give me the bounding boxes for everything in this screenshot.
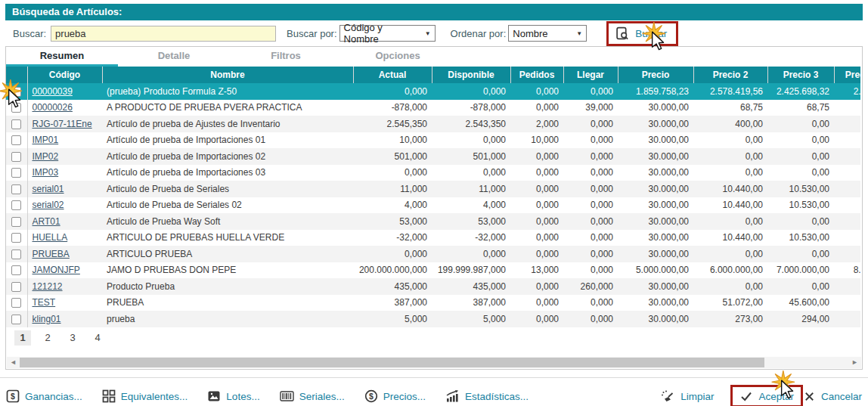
codigo-link[interactable]: 121212: [33, 281, 63, 292]
table-row[interactable]: serial01Articulo de Prueba de Seriales11…: [6, 181, 860, 197]
codigo-link[interactable]: JAMONJFP: [33, 265, 80, 275]
codigo-link[interactable]: serial02: [33, 200, 64, 210]
tab-detalle[interactable]: Detalle: [118, 47, 230, 67]
cell-precio: 30.000,00: [618, 295, 693, 311]
ordenar-por-select[interactable]: Nombre ▼: [508, 25, 587, 42]
column-header[interactable]: Precio 3: [767, 67, 834, 83]
codigo-link[interactable]: 00000026: [33, 102, 73, 113]
row-checkbox[interactable]: [11, 103, 21, 113]
row-checkbox[interactable]: [11, 315, 21, 324]
cell-llegar: 0,000: [563, 213, 618, 230]
table-row[interactable]: HUELLAARTICULO DE PRUEBAS HUELLA VERDE-3…: [6, 230, 860, 246]
equivalentes-button[interactable]: Equivalentes...: [102, 389, 188, 403]
cell-precio2: 0,00: [693, 213, 767, 230]
table-row[interactable]: kling01prueba5,0005,0000,0000,00030.000,…: [6, 311, 860, 327]
limpiar-button[interactable]: Limpiar: [660, 389, 714, 404]
row-checkbox[interactable]: [11, 184, 21, 194]
row-checkbox[interactable]: [11, 168, 21, 178]
cell-nombre: PRUEBA: [102, 295, 353, 311]
column-header[interactable]: Pedidos: [510, 67, 563, 83]
cell-pedidos: 0,000: [510, 197, 563, 214]
table-row[interactable]: RJG-07-11EneArtículo de prueba de Ajuste…: [6, 116, 860, 132]
row-checkbox[interactable]: [11, 217, 21, 227]
codigo-link[interactable]: TEST: [33, 297, 56, 308]
row-checkbox[interactable]: [11, 282, 21, 292]
row-checkbox[interactable]: [11, 152, 21, 162]
table-body: 00000039(prueba) Producto Formula Z-500,…: [6, 83, 860, 327]
column-header[interactable]: Disponible: [432, 67, 510, 83]
search-input[interactable]: [51, 26, 276, 42]
aceptar-button[interactable]: Aceptar: [730, 385, 803, 406]
table-row[interactable]: 00000039(prueba) Producto Formula Z-500,…: [6, 83, 860, 100]
page-4[interactable]: 4: [89, 330, 106, 346]
cell-precio4: 1: [834, 197, 860, 214]
codigo-link[interactable]: kling01: [33, 314, 61, 324]
column-header[interactable]: Código: [27, 67, 102, 83]
cell-precio2: 0,00: [693, 246, 767, 262]
scroll-left-icon[interactable]: ◄: [10, 357, 17, 368]
table-row[interactable]: TESTPRUEBA387,000387,0000,0000,00030.000…: [6, 295, 860, 311]
column-header[interactable]: Actual: [353, 67, 432, 83]
table-row[interactable]: IMP01Artículo de prueba de Importaciones…: [6, 132, 860, 149]
cell-precio3: 10.530,00: [767, 197, 834, 214]
column-header[interactable]: Precio: [618, 67, 693, 83]
page-2[interactable]: 2: [39, 330, 56, 346]
tab-filtros[interactable]: Filtros: [230, 47, 342, 67]
horizontal-scrollbar[interactable]: ◄ ►: [7, 357, 861, 368]
table-row[interactable]: 121212Producto Prueba435,000435,0000,000…: [6, 278, 860, 295]
precios-button[interactable]: $ Precios...: [364, 389, 426, 403]
tab-opciones[interactable]: Opciones: [342, 47, 454, 67]
table-row[interactable]: JAMONJFPJAMO D PRUEBAS DON PEPE200.000.0…: [6, 262, 860, 279]
tab-resumen[interactable]: Resumen: [6, 47, 118, 67]
cell-disponible: -32,000: [432, 230, 510, 246]
cell-pedidos: 0,000: [510, 100, 563, 116]
ganancias-button[interactable]: $ Ganancias...: [6, 389, 82, 403]
checkbox-column-header: [6, 67, 27, 83]
table-row[interactable]: IMP03Artículo de prueba de Importaciones…: [6, 165, 860, 181]
lotes-button[interactable]: Lotes...: [207, 389, 259, 403]
codigo-link[interactable]: IMP01: [33, 135, 59, 145]
row-checkbox[interactable]: [11, 87, 21, 97]
column-header[interactable]: Prec: [834, 67, 860, 83]
cell-actual: -32,000: [353, 230, 432, 246]
codigo-link[interactable]: 00000039: [33, 86, 73, 97]
cell-precio4: [834, 213, 860, 230]
row-checkbox[interactable]: [11, 298, 21, 308]
seriales-button[interactable]: Seriales...: [280, 389, 345, 403]
codigo-link[interactable]: IMP03: [33, 167, 59, 178]
table-row[interactable]: 00000026A PRODUCTO DE PRUEBA PVERA PRACT…: [6, 100, 860, 116]
table-row[interactable]: serial02Articulo de Prueba de Seriales 0…: [6, 197, 860, 214]
cell-precio: 30.000,00: [618, 165, 693, 181]
buscar-por-select[interactable]: Código y Nombre ▼: [339, 25, 436, 42]
table-header-row: CódigoNombreActualDisponiblePedidosLlega…: [6, 67, 860, 83]
scrollbar-thumb[interactable]: [20, 358, 764, 367]
table-row[interactable]: PRUEBAARTICULO PRUEBA0,0000,0000,0000,00…: [6, 246, 860, 262]
buscar-button[interactable]: Buscar: [606, 21, 678, 46]
codigo-link[interactable]: serial01: [33, 184, 64, 194]
page-1[interactable]: 1: [14, 330, 31, 346]
row-checkbox[interactable]: [11, 265, 21, 275]
scroll-right-icon[interactable]: ►: [851, 357, 858, 368]
codigo-link[interactable]: HUELLA: [33, 232, 68, 243]
codigo-link[interactable]: PRUEBA: [33, 249, 70, 259]
codigo-link[interactable]: IMP02: [33, 151, 59, 162]
cell-precio2: 2.578.419,56: [693, 83, 767, 100]
estadisticas-button[interactable]: Estadísticas...: [445, 389, 529, 403]
row-checkbox[interactable]: [11, 119, 21, 129]
page-3[interactable]: 3: [64, 330, 81, 346]
equivalentes-label: Equivalentes...: [121, 391, 188, 402]
ordenar-por-value: Nombre: [513, 28, 547, 39]
row-checkbox[interactable]: [11, 233, 21, 243]
codigo-link[interactable]: ART01: [33, 216, 60, 227]
row-checkbox[interactable]: [11, 135, 21, 145]
row-checkbox[interactable]: [11, 249, 21, 259]
column-header[interactable]: Llegar: [563, 67, 618, 83]
cancelar-button[interactable]: Cancelar: [803, 390, 862, 403]
table-row[interactable]: ART01Articulo de Prueba Way Soft53,00053…: [6, 213, 860, 230]
table-row[interactable]: IMP02Artículo de prueba de Importaciones…: [6, 148, 860, 165]
codigo-link[interactable]: RJG-07-11Ene: [33, 119, 92, 129]
cell-precio3: 0,00: [767, 213, 834, 230]
column-header[interactable]: Nombre: [102, 67, 353, 83]
column-header[interactable]: Precio 2: [693, 67, 767, 83]
row-checkbox[interactable]: [11, 200, 21, 210]
